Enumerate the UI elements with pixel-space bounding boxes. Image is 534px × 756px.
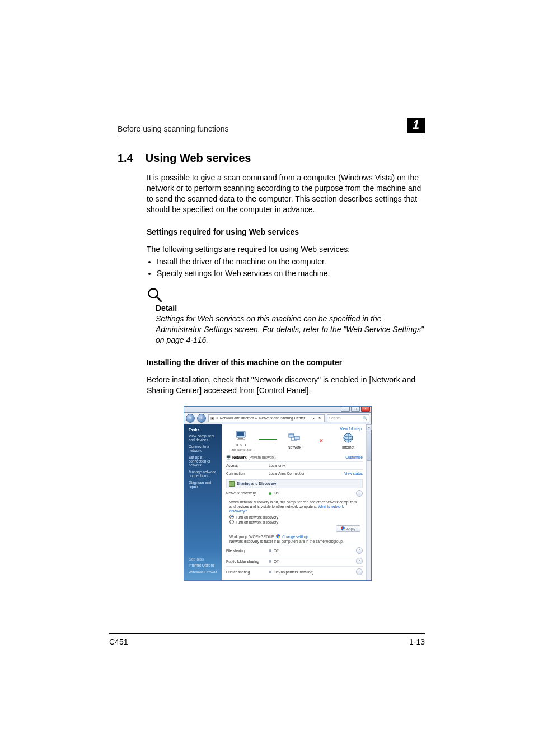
vertical-scrollbar[interactable]: ▴ xyxy=(366,424,371,581)
file-sharing-row: File sharing Off ˅ xyxy=(226,545,363,556)
access-key: Access xyxy=(226,464,269,468)
sidebar-link-diagnose-repair[interactable]: Diagnose and repair xyxy=(189,480,218,488)
maximize-button[interactable]: ▢ xyxy=(351,407,360,412)
sidebar-link-manage-connections[interactable]: Manage network connections xyxy=(189,470,218,478)
sidebar-link-windows-firewall[interactable]: Windows Firewall xyxy=(189,570,218,574)
tasks-sidebar: Tasks View computers and devices Connect… xyxy=(184,424,222,581)
printer-sharing-key: Printer sharing xyxy=(226,570,269,574)
sidebar-link-connect-network[interactable]: Connect to a network xyxy=(189,445,218,452)
chapter-number-badge: 1 xyxy=(407,118,425,133)
access-value: Local only xyxy=(269,464,363,468)
status-dot-off-icon xyxy=(269,571,271,573)
settings-item-2: Specify settings for Web services on the… xyxy=(157,268,425,279)
close-button[interactable]: × xyxy=(361,407,370,412)
file-sharing-value: Off xyxy=(269,549,356,553)
forward-button[interactable]: › xyxy=(197,414,206,423)
svg-rect-5 xyxy=(237,439,245,440)
running-header: Before using scanning functions 1 xyxy=(118,118,425,136)
link-computer-network xyxy=(259,439,277,444)
minimize-button[interactable]: _ xyxy=(341,407,350,412)
svg-rect-4 xyxy=(238,438,243,439)
magnifier-icon xyxy=(147,295,162,304)
network-discovery-key: Network discovery xyxy=(226,491,269,495)
public-folder-value: Off xyxy=(269,559,356,563)
network-discovery-row: Network discovery On ˄ xyxy=(226,488,363,498)
search-input[interactable]: Search 🔍 xyxy=(327,414,369,422)
back-button[interactable]: ‹ xyxy=(186,414,195,423)
connection-key: Connection xyxy=(226,472,269,475)
status-dot-on-icon xyxy=(269,492,271,495)
node-this-computer: TEST1 (This computer) xyxy=(226,430,255,451)
scroll-thumb[interactable] xyxy=(367,431,371,461)
network-title-row: 🖥️ Network (Private network) Customize xyxy=(226,454,363,461)
apply-button[interactable]: Apply xyxy=(336,525,360,532)
subhead-installing-driver: Installing the driver of this machine on… xyxy=(147,358,425,367)
printer-sharing-value: Off (no printers installed) xyxy=(269,570,356,574)
breadcrumb-icon: ▣ xyxy=(210,416,214,421)
change-settings-link[interactable]: Change settings xyxy=(282,535,308,539)
explorer-navbar: ‹ › ▣ « Network and Internet ▸ Network a… xyxy=(184,413,371,424)
see-also-heading: See also xyxy=(189,557,218,561)
network-map: TEST1 (This computer) Network ✕ xyxy=(226,430,363,451)
discovery-collapse-button[interactable]: ˄ xyxy=(356,490,363,497)
footer-model: C451 xyxy=(109,637,128,646)
breadcrumb-item-2[interactable]: Network and Sharing Center xyxy=(259,416,305,420)
sidebar-link-view-computers[interactable]: View computers and devices xyxy=(189,434,218,442)
printer-sharing-expand[interactable]: ˅ xyxy=(356,568,363,575)
svg-rect-3 xyxy=(237,432,244,436)
link-network-internet-broken: ✕ xyxy=(312,438,330,443)
shield-icon xyxy=(276,534,280,539)
sharing-discovery-head: Sharing and Discovery xyxy=(226,479,363,488)
file-sharing-key: File sharing xyxy=(226,549,269,553)
settings-lead: The following settings are required for … xyxy=(147,244,425,255)
section-heading: 1.4 Using Web services xyxy=(118,152,425,165)
shield-icon xyxy=(341,526,345,531)
main-pane: View full map TEST1 (This computer) xyxy=(222,424,366,581)
printer-sharing-row: Printer sharing Off (no printers install… xyxy=(226,566,363,577)
search-placeholder: Search xyxy=(329,416,341,420)
workgroup-faster-note: Network discovery is faster if all compu… xyxy=(229,539,360,544)
node1-sub: (This computer) xyxy=(229,448,252,451)
radio-turn-on-discovery[interactable]: Turn on network discovery xyxy=(229,515,363,519)
network-sharing-center-window: _ ▢ × ‹ › ▣ « Network and Internet ▸ Net… xyxy=(184,406,372,581)
view-full-map-link[interactable]: View full map xyxy=(340,427,362,431)
section-number: 1.4 xyxy=(118,152,133,165)
breadcrumb-dropdown[interactable]: ▾ xyxy=(312,416,316,420)
network-monitor-icon: 🖥️ xyxy=(226,455,231,460)
file-sharing-expand[interactable]: ˅ xyxy=(356,547,363,554)
svg-rect-7 xyxy=(294,436,299,440)
connection-value: Local Area Connection xyxy=(269,472,344,475)
public-folder-sharing-row: Public folder sharing Off ˅ xyxy=(226,556,363,566)
globe-icon xyxy=(341,432,355,444)
workgroup-row: Workgroup: WORKGROUP Change settings xyxy=(229,534,360,539)
sharing-icon xyxy=(229,481,235,487)
radio-turn-off-discovery[interactable]: Turn off network discovery xyxy=(229,520,363,524)
computer-icon xyxy=(234,430,247,442)
sidebar-link-internet-options[interactable]: Internet Options xyxy=(189,563,218,567)
tasks-heading: Tasks xyxy=(189,428,218,432)
public-folder-expand[interactable]: ˅ xyxy=(356,558,363,564)
status-dot-off-icon xyxy=(269,560,271,563)
scroll-up-button[interactable]: ▴ xyxy=(366,424,372,430)
network-name-label: Network xyxy=(232,455,247,459)
customize-link[interactable]: Customize xyxy=(345,455,363,459)
running-title: Before using scanning functions xyxy=(118,124,228,133)
network-type-label: (Private network) xyxy=(249,455,276,459)
breadcrumb-item-1[interactable]: Network and Internet xyxy=(220,416,254,420)
node3-label: Internet xyxy=(342,445,354,449)
search-icon: 🔍 xyxy=(363,416,367,421)
status-dot-off-icon xyxy=(269,549,271,552)
svg-line-1 xyxy=(157,297,161,301)
node-internet: Internet xyxy=(334,432,363,449)
workgroup-label: Workgroup: WORKGROUP xyxy=(229,535,274,539)
node2-label: Network xyxy=(288,445,301,449)
detail-text: Settings for Web services on this machin… xyxy=(156,314,425,346)
view-status-link[interactable]: View status xyxy=(344,472,363,475)
sharing-discovery-label: Sharing and Discovery xyxy=(237,482,276,486)
detail-label: Detail xyxy=(156,304,425,312)
network-discovery-value: On xyxy=(269,491,356,495)
breadcrumb[interactable]: ▣ « Network and Internet ▸ Network and S… xyxy=(208,414,325,422)
sidebar-link-setup-connection[interactable]: Set up a connection or network xyxy=(189,455,218,467)
breadcrumb-refresh[interactable]: ↻ xyxy=(317,416,322,420)
subhead-settings-required: Settings required for using Web services xyxy=(147,227,425,236)
